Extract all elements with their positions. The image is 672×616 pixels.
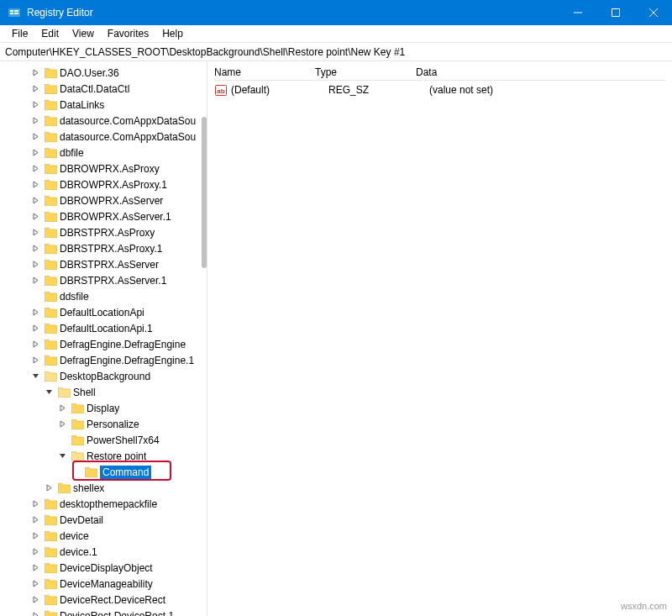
expand-icon[interactable] (32, 596, 44, 603)
tree-node[interactable]: DBRSTPRX.AsProxy (0, 224, 207, 240)
menu-help[interactable]: Help (155, 26, 190, 41)
tree-node[interactable]: Display (0, 400, 207, 416)
expand-icon[interactable] (32, 532, 44, 540)
expand-icon[interactable] (32, 356, 44, 364)
expand-icon[interactable] (32, 101, 44, 108)
scrollbar-thumb[interactable] (202, 117, 207, 268)
menu-view[interactable]: View (66, 26, 101, 41)
collapse-icon[interactable] (32, 372, 44, 380)
tree-node[interactable]: datasource.ComAppxDataSou (0, 129, 207, 145)
tree-node[interactable]: device (0, 528, 207, 544)
collapse-icon[interactable] (59, 452, 71, 460)
main-split: DAO.User.36DataCtl.DataCtlDataLinksdatas… (0, 61, 672, 616)
tree-node[interactable]: Shell (0, 384, 207, 400)
tree-node[interactable]: DefragEngine.DefragEngine (0, 336, 207, 352)
expand-icon[interactable] (32, 181, 44, 188)
tree-node[interactable]: DefaultLocationApi.1 (0, 320, 207, 336)
tree-pane: DAO.User.36DataCtl.DataCtlDataLinksdatas… (0, 61, 207, 616)
expand-icon[interactable] (32, 229, 44, 236)
expand-icon[interactable] (32, 500, 44, 508)
tree-node[interactable]: DeviceRect.DeviceRect (0, 592, 207, 608)
expand-icon[interactable] (32, 213, 44, 220)
tree-node[interactable]: DefragEngine.DefragEngine.1 (0, 352, 207, 368)
folder-icon (71, 450, 84, 462)
expand-icon[interactable] (32, 165, 44, 172)
folder-icon (44, 339, 57, 350)
expand-icon[interactable] (59, 404, 71, 412)
tree-node[interactable]: DeviceRect.DeviceRect.1 (0, 608, 207, 616)
tree-node[interactable]: DeviceManageability (0, 576, 207, 592)
folder-icon (44, 163, 57, 175)
expand-icon[interactable] (32, 548, 44, 555)
tree-node[interactable]: DBROWPRX.AsProxy.1 (0, 176, 207, 192)
expand-icon[interactable] (32, 612, 44, 616)
tree-node-label: shellex (73, 482, 104, 494)
tree-node[interactable]: DBROWPRX.AsServer (0, 192, 207, 208)
expand-icon[interactable] (59, 420, 71, 428)
menu-favorites[interactable]: Favorites (101, 26, 155, 41)
watermark: wsxdn.com (621, 601, 667, 611)
tree-node[interactable]: PowerShell7x64 (0, 432, 207, 448)
tree-node-label: Restore point (87, 450, 146, 462)
collapse-icon[interactable] (45, 388, 57, 396)
tree-node[interactable]: DBROWPRX.AsProxy (0, 161, 207, 176)
expand-icon[interactable] (32, 85, 44, 92)
tree-node[interactable]: DesktopBackground (0, 368, 207, 384)
window-title: Registry Editor (27, 7, 559, 18)
tree-node[interactable]: Command (0, 464, 207, 480)
tree-node[interactable]: datasource.ComAppxDataSou (0, 113, 207, 129)
tree-node[interactable]: DataCtl.DataCtl (0, 81, 207, 97)
tree-node[interactable]: desktopthemepackfile (0, 496, 207, 512)
tree-node[interactable]: DBRSTPRX.AsProxy.1 (0, 240, 207, 256)
tree-node[interactable]: ddsfile (0, 288, 207, 304)
svg-rect-4 (14, 13, 18, 14)
expand-icon[interactable] (45, 484, 57, 492)
tree-node[interactable]: device.1 (0, 544, 207, 560)
tree-node-label: datasource.ComAppxDataSou (60, 131, 196, 143)
expand-icon[interactable] (32, 308, 44, 316)
folder-icon (44, 275, 57, 287)
expand-icon[interactable] (32, 516, 44, 524)
expand-icon[interactable] (32, 133, 44, 140)
expand-icon[interactable] (32, 149, 44, 156)
tree-node[interactable]: DBROWPRX.AsServer.1 (0, 208, 207, 224)
expand-icon[interactable] (32, 564, 44, 571)
value-name: (Default) (231, 82, 328, 97)
tree-node[interactable]: DBRSTPRX.AsServer (0, 256, 207, 272)
col-type[interactable]: Type (315, 65, 416, 80)
expand-icon[interactable] (32, 261, 44, 268)
maximize-button[interactable] (596, 0, 634, 25)
tree-node[interactable]: DefaultLocationApi (0, 304, 207, 320)
close-button[interactable] (634, 0, 672, 25)
expand-icon[interactable] (32, 340, 44, 348)
tree-node[interactable]: DBRSTPRX.AsServer.1 (0, 272, 207, 288)
tree-node[interactable]: DevDetail (0, 512, 207, 528)
tree-node-label-editing[interactable]: Command (100, 466, 151, 479)
tree-node[interactable]: shellex (0, 480, 207, 496)
value-row[interactable]: ab (Default) REG_SZ (value not set) (214, 81, 665, 99)
string-value-icon: ab (214, 84, 228, 96)
expand-icon[interactable] (32, 245, 44, 252)
expand-icon[interactable] (32, 580, 44, 587)
tree-node[interactable]: DeviceDisplayObject (0, 560, 207, 576)
address-bar[interactable]: Computer\HKEY_CLASSES_ROOT\DesktopBackgr… (0, 43, 672, 61)
folder-icon (44, 227, 57, 239)
tree-node-label: DeviceRect.DeviceRect.1 (60, 610, 174, 617)
expand-icon[interactable] (32, 197, 44, 204)
menu-file[interactable]: File (5, 26, 34, 41)
tree-node[interactable]: dbfile (0, 145, 207, 161)
expand-icon[interactable] (32, 69, 44, 76)
expand-icon[interactable] (32, 324, 44, 332)
folder-icon (44, 211, 57, 223)
tree-node[interactable]: Restore point (0, 448, 207, 464)
col-data[interactable]: Data (416, 65, 665, 80)
expand-icon[interactable] (32, 117, 44, 124)
menu-edit[interactable]: Edit (34, 26, 66, 41)
tree-node[interactable]: DataLinks (0, 97, 207, 113)
minimize-button[interactable] (559, 0, 596, 25)
tree-node[interactable]: Personalize (0, 416, 207, 432)
expand-icon[interactable] (32, 276, 44, 284)
tree-node[interactable]: DAO.User.36 (0, 65, 207, 81)
folder-icon (44, 530, 57, 542)
col-name[interactable]: Name (214, 65, 315, 80)
